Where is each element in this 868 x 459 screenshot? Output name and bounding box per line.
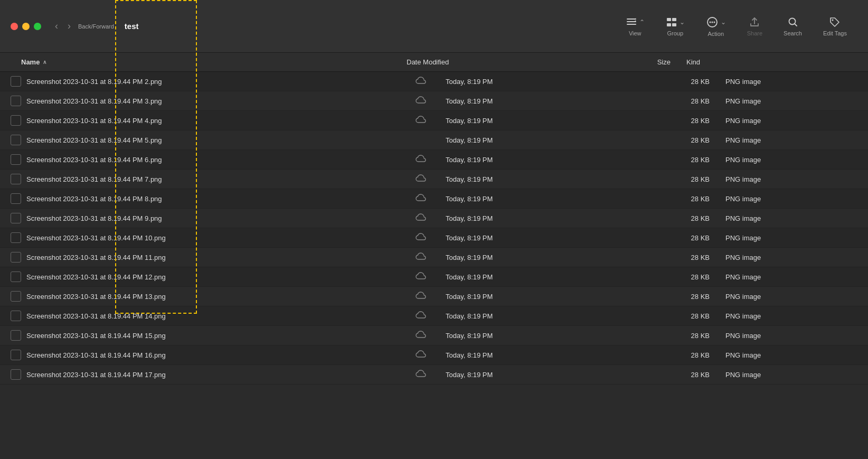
maximize-button[interactable] [34,23,41,30]
date-cell: Today, 8:19 PM [440,156,615,164]
date-cell: Today, 8:19 PM [440,273,615,281]
view-icon: ⌃ [626,16,645,28]
group-button[interactable]: ⌄ Group [655,12,695,41]
table-row[interactable]: Screenshot 2023-10-31 at 8.19.44 PM 3.pn… [0,91,868,111]
file-name-cell: Screenshot 2023-10-31 at 8.19.44 PM 4.pn… [26,117,401,125]
cloud-icon [408,252,434,263]
size-cell: 28 KB [615,214,720,222]
search-button[interactable]: Search [773,12,813,41]
cloud-icon [408,76,434,87]
table-row[interactable]: Screenshot 2023-10-31 at 8.19.44 PM 6.pn… [0,150,868,170]
file-checkbox[interactable] [11,193,21,204]
minimize-button[interactable] [22,23,30,30]
file-name-text: Screenshot 2023-10-31 at 8.19.44 PM 5.pn… [26,136,162,144]
close-button[interactable] [11,23,18,30]
col-kind-header[interactable]: Kind [681,58,868,66]
forward-button[interactable]: › [64,20,74,33]
table-row[interactable]: Screenshot 2023-10-31 at 8.19.44 PM 4.pn… [0,111,868,130]
file-name-text: Screenshot 2023-10-31 at 8.19.44 PM 16.p… [26,351,166,359]
cloud-icon [408,174,434,184]
size-cell: 28 KB [615,175,720,183]
size-cell: 28 KB [615,117,720,125]
kind-cell: PNG image [720,136,868,144]
file-checkbox[interactable] [11,350,21,360]
file-checkbox[interactable] [11,115,21,126]
svg-point-10 [713,21,715,23]
kind-cell: PNG image [720,117,868,125]
file-name-cell: Screenshot 2023-10-31 at 8.19.44 PM 6.pn… [26,156,401,164]
view-button[interactable]: ⌃ View [615,12,655,41]
back-button[interactable]: ‹ [52,20,61,33]
file-checkbox[interactable] [11,311,21,321]
table-row[interactable]: Screenshot 2023-10-31 at 8.19.44 PM 14.p… [0,306,868,326]
table-row[interactable]: Screenshot 2023-10-31 at 8.19.44 PM 8.pn… [0,189,868,209]
col-modified-header[interactable]: Date Modified [401,58,575,66]
kind-cell: PNG image [720,78,868,86]
date-cell: Today, 8:19 PM [440,351,615,359]
search-label: Search [784,30,802,36]
file-checkbox[interactable] [11,213,21,223]
table-row[interactable]: Screenshot 2023-10-31 at 8.19.44 PM 2.pn… [0,72,868,91]
file-checkbox[interactable] [11,174,21,184]
size-cell: 28 KB [615,136,720,144]
file-checkbox[interactable] [11,96,21,106]
size-cell: 28 KB [615,78,720,86]
file-name-text: Screenshot 2023-10-31 at 8.19.44 PM 14.p… [26,312,166,320]
size-cell: 28 KB [615,156,720,164]
action-button[interactable]: ⌄ Action [695,12,737,41]
file-checkbox[interactable] [11,154,21,165]
size-cell: 28 KB [615,234,720,242]
file-name-text: Screenshot 2023-10-31 at 8.19.44 PM 12.p… [26,273,166,281]
file-checkbox[interactable] [11,291,21,302]
table-row[interactable]: Screenshot 2023-10-31 at 8.19.44 PM 10.p… [0,228,868,248]
file-checkbox[interactable] [11,135,21,145]
size-cell: 28 KB [615,273,720,281]
table-row[interactable]: Screenshot 2023-10-31 at 8.19.44 PM 15.p… [0,326,868,345]
kind-cell: PNG image [720,97,868,105]
file-name-text: Screenshot 2023-10-31 at 8.19.44 PM 10.p… [26,234,166,242]
file-name-cell: Screenshot 2023-10-31 at 8.19.44 PM 3.pn… [26,97,401,105]
window-title: test [125,22,139,31]
svg-point-12 [832,19,834,21]
file-name-text: Screenshot 2023-10-31 at 8.19.44 PM 13.p… [26,293,166,301]
kind-cell: PNG image [720,214,868,222]
date-cell: Today, 8:19 PM [440,312,615,320]
file-checkbox[interactable] [11,76,21,87]
table-row[interactable]: Screenshot 2023-10-31 at 8.19.44 PM 7.pn… [0,170,868,189]
table-row[interactable]: Screenshot 2023-10-31 at 8.19.44 PM 13.p… [0,287,868,306]
share-label: Share [747,30,762,36]
date-cell: Today, 8:19 PM [440,293,615,301]
date-cell: Today, 8:19 PM [440,234,615,242]
edit-tags-button[interactable]: Edit Tags [813,12,857,41]
kind-cell: PNG image [720,254,868,261]
file-name-text: Screenshot 2023-10-31 at 8.19.44 PM 17.p… [26,371,166,379]
table-row[interactable]: Screenshot 2023-10-31 at 8.19.44 PM 9.pn… [0,209,868,228]
table-row[interactable]: Screenshot 2023-10-31 at 8.19.44 PM 17.p… [0,365,868,385]
file-checkbox[interactable] [11,271,21,282]
size-cell: 28 KB [615,195,720,203]
file-name-cell: Screenshot 2023-10-31 at 8.19.44 PM 14.p… [26,312,401,320]
file-name-cell: Screenshot 2023-10-31 at 8.19.44 PM 17.p… [26,371,401,379]
col-size-header[interactable]: Size [575,58,681,66]
date-cell: Today, 8:19 PM [440,254,615,261]
file-list: Screenshot 2023-10-31 at 8.19.44 PM 2.pn… [0,72,868,459]
file-checkbox[interactable] [11,369,21,380]
col-name-header[interactable]: Name ∧ [0,58,401,66]
table-row[interactable]: Screenshot 2023-10-31 at 8.19.44 PM 5.pn… [0,130,868,150]
table-row[interactable]: Screenshot 2023-10-31 at 8.19.44 PM 16.p… [0,345,868,365]
cloud-icon [408,350,434,360]
file-name-text: Screenshot 2023-10-31 at 8.19.44 PM 15.p… [26,332,166,340]
file-checkbox[interactable] [11,252,21,263]
file-name-text: Screenshot 2023-10-31 at 8.19.44 PM 4.pn… [26,117,162,125]
table-row[interactable]: Screenshot 2023-10-31 at 8.19.44 PM 12.p… [0,267,868,287]
file-name-text: Screenshot 2023-10-31 at 8.19.44 PM 9.pn… [26,214,162,222]
file-name-text: Screenshot 2023-10-31 at 8.19.44 PM 3.pn… [26,97,162,105]
share-button[interactable]: Share [737,12,773,41]
file-name-cell: Screenshot 2023-10-31 at 8.19.44 PM 15.p… [26,332,401,340]
kind-cell: PNG image [720,332,868,340]
table-row[interactable]: Screenshot 2023-10-31 at 8.19.44 PM 11.p… [0,248,868,267]
svg-point-8 [709,21,711,23]
share-icon [749,16,760,28]
file-checkbox[interactable] [11,330,21,341]
file-checkbox[interactable] [11,232,21,243]
